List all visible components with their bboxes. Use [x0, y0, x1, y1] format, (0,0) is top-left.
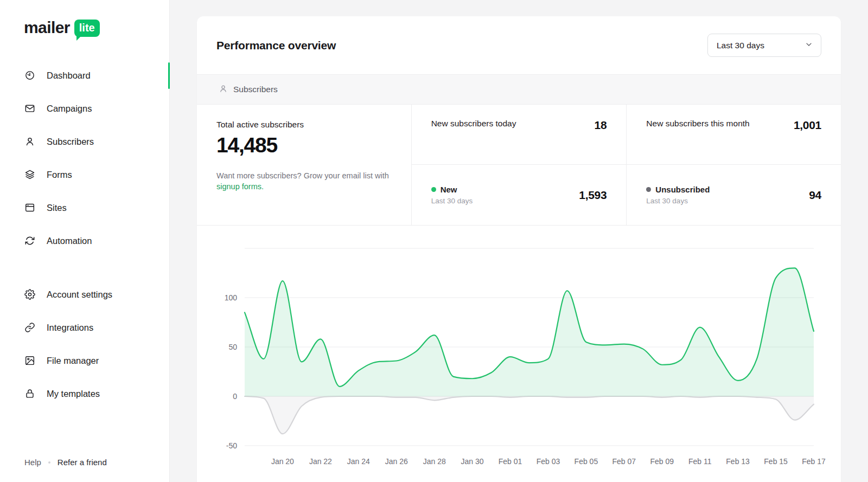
- sidebar-item-dashboard[interactable]: Dashboard: [0, 59, 169, 92]
- svg-text:Jan 26: Jan 26: [385, 457, 408, 466]
- sidebar-item-label: My templates: [47, 389, 100, 399]
- card-header: Performance overview Last 30 days: [197, 16, 841, 74]
- chevron-down-icon: [805, 40, 813, 51]
- svg-text:Feb 11: Feb 11: [688, 457, 712, 466]
- date-range-value: Last 30 days: [717, 41, 764, 50]
- app: mailer lite DashboardCampaignsSubscriber…: [0, 0, 868, 482]
- sidebar: mailer lite DashboardCampaignsSubscriber…: [0, 0, 170, 482]
- stat-label: Total active subscribers: [216, 120, 392, 130]
- file-manager-icon: [24, 355, 35, 366]
- stat-label: New subscribers today: [431, 119, 516, 128]
- sidebar-item-account-settings[interactable]: Account settings: [0, 278, 169, 311]
- sidebar-item-label: Automation: [47, 236, 92, 246]
- sidebar-item-forms[interactable]: Forms: [0, 158, 169, 191]
- stat-unsubscribed-30-days: Unsubscribed Last 30 days 94: [626, 165, 841, 225]
- signup-forms-link[interactable]: signup forms.: [216, 182, 264, 191]
- stat-new-30-days: New Last 30 days 1,593: [412, 165, 627, 225]
- section-title: Subscribers: [233, 85, 278, 94]
- new-legend: New Last 30 days: [431, 185, 473, 205]
- stat-total-active-subscribers: Total active subscribers 14,485 Want mor…: [197, 105, 412, 225]
- sidebar-item-subscribers[interactable]: Subscribers: [0, 125, 169, 158]
- new-month-value: 1,001: [794, 119, 821, 132]
- sidebar-item-automation[interactable]: Automation: [0, 224, 169, 258]
- forms-icon: [24, 169, 35, 180]
- svg-text:Feb 07: Feb 07: [612, 457, 636, 466]
- stats-grid: Total active subscribers 14,485 Want mor…: [197, 105, 841, 226]
- total-subscribers-value: 14,485: [216, 133, 392, 157]
- campaigns-icon: [24, 103, 35, 114]
- sidebar-item-my-templates[interactable]: My templates: [0, 377, 169, 410]
- sidebar-nav-main: DashboardCampaignsSubscribersFormsSitesA…: [0, 59, 169, 258]
- sidebar-item-campaigns[interactable]: Campaigns: [0, 92, 169, 125]
- svg-text:Jan 22: Jan 22: [309, 457, 332, 466]
- svg-text:Jan 28: Jan 28: [423, 457, 446, 466]
- sidebar-item-label: Forms: [47, 170, 72, 180]
- templates-icon: [24, 388, 35, 399]
- legend-label: Unsubscribed: [655, 185, 710, 194]
- svg-text:Feb 03: Feb 03: [537, 457, 560, 466]
- svg-text:Jan 20: Jan 20: [271, 457, 294, 466]
- integrations-icon: [24, 322, 35, 333]
- main-content: Performance overview Last 30 days Subscr…: [170, 0, 868, 482]
- sidebar-item-file-manager[interactable]: File manager: [0, 344, 169, 377]
- svg-text:Feb 05: Feb 05: [575, 457, 598, 466]
- dashboard-icon: [24, 70, 35, 81]
- stat-new-today: New subscribers today 18: [412, 105, 627, 165]
- sidebar-item-label: Dashboard: [47, 70, 91, 81]
- unsubscribed-legend-dot: [646, 187, 651, 192]
- logo-text: mailer: [24, 18, 70, 37]
- automation-icon: [24, 235, 35, 246]
- sidebar-item-integrations[interactable]: Integrations: [0, 311, 169, 344]
- svg-text:0: 0: [233, 392, 237, 401]
- stat-new-this-month: New subscribers this month 1,001: [626, 105, 841, 165]
- sidebar-nav-secondary: Account settingsIntegrationsFile manager…: [0, 278, 169, 410]
- svg-text:Feb 15: Feb 15: [764, 457, 788, 466]
- svg-text:Feb 09: Feb 09: [650, 457, 674, 466]
- new-30-value: 1,593: [579, 189, 607, 202]
- sidebar-footer: Help Refer a friend: [0, 458, 169, 482]
- sites-icon: [24, 202, 35, 213]
- performance-card: Performance overview Last 30 days Subscr…: [197, 16, 841, 482]
- sidebar-item-label: Subscribers: [47, 137, 94, 147]
- hint-text: Want more subscribers? Grow your email l…: [216, 171, 389, 180]
- svg-text:Feb 01: Feb 01: [499, 457, 522, 466]
- svg-text:Jan 30: Jan 30: [461, 457, 484, 466]
- help-link[interactable]: Help: [24, 458, 41, 467]
- stat-label: New subscribers this month: [646, 119, 749, 128]
- svg-text:-50: -50: [226, 441, 237, 450]
- subscribers-chart: 100500-50Jan 20Jan 22Jan 24Jan 26Jan 28J…: [197, 226, 841, 473]
- svg-text:Jan 24: Jan 24: [347, 457, 370, 466]
- date-range-select[interactable]: Last 30 days: [707, 34, 821, 57]
- svg-text:100: 100: [225, 293, 238, 302]
- subscribers-section-header: Subscribers: [197, 74, 841, 105]
- new-legend-dot: [431, 187, 436, 192]
- svg-text:Feb 17: Feb 17: [802, 457, 826, 466]
- sidebar-item-label: Integrations: [47, 323, 93, 333]
- legend-sublabel: Last 30 days: [646, 197, 710, 205]
- user-icon: [219, 84, 228, 95]
- legend-label: New: [441, 185, 457, 194]
- subscribers-hint: Want more subscribers? Grow your email l…: [216, 170, 390, 192]
- subscribers-icon: [24, 136, 35, 147]
- unsubscribed-legend: Unsubscribed Last 30 days: [646, 185, 710, 205]
- settings-icon: [24, 289, 35, 300]
- svg-text:Feb 13: Feb 13: [726, 457, 750, 466]
- sidebar-item-sites[interactable]: Sites: [0, 191, 169, 224]
- logo-badge: lite: [74, 20, 100, 37]
- sidebar-item-label: Sites: [47, 203, 67, 213]
- svg-text:50: 50: [228, 343, 237, 351]
- legend-sublabel: Last 30 days: [431, 197, 473, 205]
- sidebar-item-label: Account settings: [47, 290, 112, 300]
- refer-a-friend-link[interactable]: Refer a friend: [58, 458, 107, 467]
- mailerlite-logo[interactable]: mailer lite: [0, 18, 169, 37]
- sidebar-item-label: Campaigns: [47, 104, 92, 114]
- unsubscribed-30-value: 94: [809, 189, 821, 202]
- footer-separator-dot: [48, 461, 50, 464]
- page-title: Performance overview: [216, 39, 336, 52]
- new-today-value: 18: [595, 119, 607, 132]
- sidebar-item-label: File manager: [47, 356, 99, 366]
